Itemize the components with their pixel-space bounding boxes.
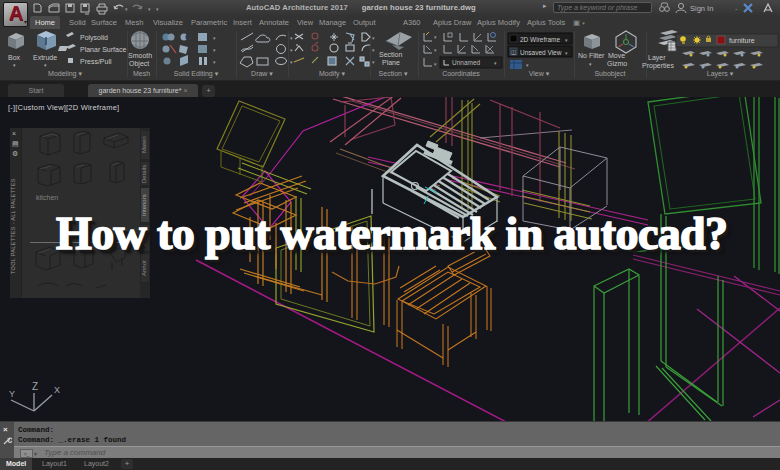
svg-text:▾: ▾	[213, 47, 216, 53]
svg-text:Object: Object	[129, 60, 149, 68]
svg-text:▾: ▾	[125, 6, 128, 12]
svg-text:▾: ▾	[44, 62, 47, 68]
svg-text:X: X	[54, 385, 60, 395]
svg-text:Layer: Layer	[648, 54, 666, 62]
svg-text:Unsaved View: Unsaved View	[520, 49, 562, 56]
svg-text:Z: Z	[32, 381, 38, 392]
svg-text:▾: ▾	[372, 59, 375, 65]
svg-text:▾: ▾	[372, 47, 375, 53]
svg-text:▾: ▾	[372, 35, 375, 41]
svg-text:Extrude: Extrude	[33, 54, 57, 61]
svg-text:▾: ▾	[148, 6, 151, 12]
svg-text:2D Wireframe: 2D Wireframe	[520, 36, 560, 43]
svg-text:▾: ▾	[13, 62, 16, 68]
svg-text:Unnamed: Unnamed	[452, 59, 481, 66]
svg-text:Gizmo: Gizmo	[607, 60, 627, 67]
svg-text:▾: ▾	[290, 35, 293, 41]
svg-text:furniture: furniture	[729, 37, 755, 44]
svg-text:Polysolid: Polysolid	[80, 34, 108, 42]
svg-text:▾: ▾	[589, 61, 592, 67]
svg-text:Section: Section	[379, 51, 402, 58]
svg-text:Move: Move	[608, 52, 625, 59]
svg-text:▾: ▾	[526, 62, 529, 68]
svg-text:▾: ▾	[434, 34, 437, 40]
svg-text:◫: ◫	[511, 49, 516, 55]
svg-text:▾: ▾	[156, 6, 159, 12]
svg-text:No Filter: No Filter	[578, 52, 605, 59]
svg-text:Box: Box	[8, 54, 21, 61]
svg-text:▾: ▾	[213, 59, 216, 65]
svg-text:-: -	[735, 4, 738, 13]
svg-text:▾: ▾	[213, 35, 216, 41]
svg-text:Sign In: Sign In	[690, 4, 713, 13]
svg-text:Y: Y	[9, 389, 15, 399]
svg-text:Plane: Plane	[382, 59, 400, 66]
svg-text:Planar Surface: Planar Surface	[80, 46, 126, 53]
svg-text:▾: ▾	[290, 59, 293, 65]
svg-text:Smooth: Smooth	[128, 52, 152, 59]
svg-text:▾: ▾	[434, 47, 437, 53]
svg-text:▾: ▾	[434, 61, 437, 67]
svg-text:Properties: Properties	[642, 62, 674, 70]
svg-text:▾: ▾	[290, 47, 293, 53]
svg-text:Press/Pull: Press/Pull	[80, 58, 112, 65]
